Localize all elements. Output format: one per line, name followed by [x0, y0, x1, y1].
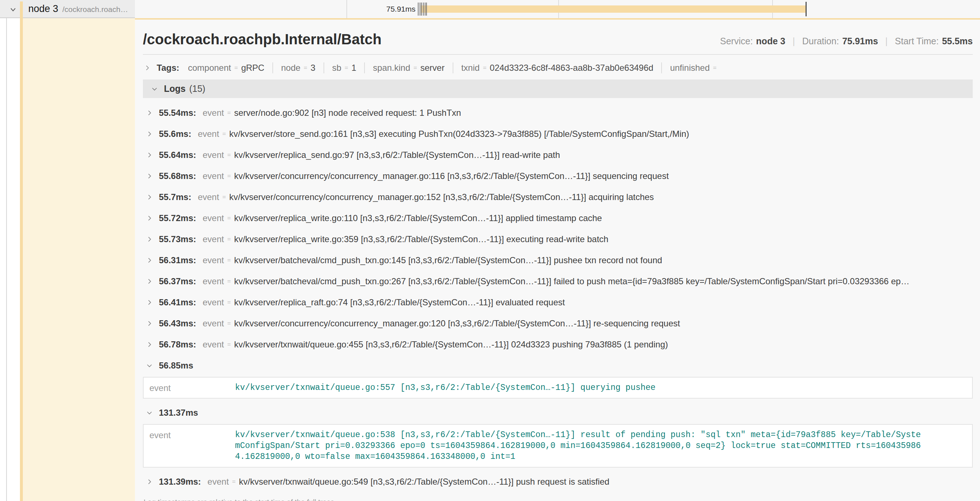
log-timestamp: 55.72ms:	[159, 213, 196, 223]
tag-value: gRPC	[241, 63, 264, 73]
tags-label: Tags:	[157, 63, 179, 73]
log-timestamp: 55.64ms:	[159, 150, 196, 160]
log-field-value: kv/kvserver/batcheval/cmd_push_txn.go:14…	[234, 255, 662, 265]
tag-key: txnid	[461, 63, 480, 73]
chevron-right-icon	[144, 64, 151, 72]
chevron-down-icon	[151, 85, 158, 93]
log-marker-end	[805, 2, 807, 16]
span-row: node 3 /cockroach.roach… 75.91ms	[0, 0, 980, 18]
equals-sign: =	[713, 64, 717, 72]
service-label: Service:	[720, 36, 752, 46]
log-field-key: event	[203, 150, 224, 160]
equals-sign: =	[227, 152, 231, 159]
log-field-value: kv/kvserver/txnwait/queue.go:557 [n3,s3,…	[235, 382, 655, 393]
log-field-value: kv/kvserver/concurrency/concurrency_mana…	[229, 192, 654, 202]
log-entry-collapsed[interactable]: 56.78ms: event = kv/kvserver/txnwait/que…	[143, 334, 973, 355]
equals-sign: =	[227, 341, 231, 348]
log-field-key: event	[198, 192, 219, 202]
equals-sign: =	[227, 320, 231, 327]
log-field-key: event	[203, 276, 224, 286]
log-marker	[418, 3, 418, 16]
log-field-key: event	[203, 255, 224, 265]
log-field-key: event	[203, 108, 224, 118]
tag-item[interactable]: component = gRPC	[188, 63, 264, 73]
log-field-key: event	[144, 383, 235, 393]
chevron-right-icon	[146, 130, 153, 137]
log-detail-row: event kv/kvserver/txnwait/queue.go:557 […	[144, 382, 972, 393]
tag-separator	[272, 62, 273, 73]
tag-key: node	[281, 63, 300, 73]
chevron-right-icon	[146, 478, 153, 485]
log-timestamp: 131.37ms	[159, 408, 198, 418]
log-timestamp: 131.39ms:	[159, 477, 201, 487]
log-entry-header[interactable]: 131.37ms	[143, 402, 973, 423]
span-operation-name: /cockroach.roach…	[62, 5, 128, 14]
log-timestamp: 55.68ms:	[159, 171, 196, 181]
duration-label: Duration:	[802, 36, 839, 46]
log-timestamp: 55.54ms:	[159, 108, 196, 118]
tag-item[interactable]: node = 3	[281, 63, 315, 73]
tag-item[interactable]: unfinished =	[670, 63, 719, 73]
log-entry-collapsed[interactable]: 56.37ms: event = kv/kvserver/batcheval/c…	[143, 271, 973, 292]
start-time-value: 55.5ms	[942, 36, 973, 46]
log-field-key: event	[198, 129, 219, 139]
log-entry-collapsed[interactable]: 131.39ms: event = kv/kvserver/txnwait/qu…	[143, 471, 973, 492]
log-field-value: server/node.go:902 [n3] node received re…	[234, 108, 461, 118]
tag-value: 3	[310, 63, 315, 73]
span-duration-bar[interactable]	[421, 5, 806, 13]
log-entry-collapsed[interactable]: 55.64ms: event = kv/kvserver/replica_sen…	[143, 145, 973, 166]
tag-value: 024d3323-6c8f-4863-aa8b-37ab0e63496d	[490, 63, 653, 73]
log-entry-collapsed[interactable]: 55.6ms: event = kv/kvserver/store_send.g…	[143, 123, 973, 145]
log-field-value: kv/kvserver/concurrency/concurrency_mana…	[234, 318, 680, 329]
span-name-column-highlight	[23, 18, 135, 501]
chevron-right-icon	[146, 215, 153, 222]
log-field-value: kv/kvserver/txnwait/queue.go:538 [n3,s3,…	[235, 429, 924, 462]
log-entry-expanded: 131.37ms event kv/kvserver/txnwait/queue…	[143, 402, 973, 467]
logs-title: Logs	[164, 83, 186, 94]
chevron-right-icon	[146, 341, 153, 348]
chevron-right-icon	[146, 172, 153, 180]
tags-row[interactable]: Tags: component = gRPC node = 3 sb = 1 s…	[143, 55, 973, 77]
log-timestamp: 56.78ms:	[159, 340, 196, 349]
tag-separator	[323, 62, 324, 73]
span-color-accent-bar	[20, 2, 23, 501]
equals-sign: =	[227, 215, 231, 222]
timeline-cell[interactable]: 75.91ms	[135, 0, 980, 18]
log-field-value: kv/kvserver/concurrency/concurrency_mana…	[234, 171, 668, 181]
equals-sign: =	[222, 130, 226, 137]
log-field-value: kv/kvserver/replica_raft.go:74 [n3,s3,r6…	[234, 297, 565, 308]
log-entry-collapsed[interactable]: 55.54ms: event = server/node.go:902 [n3]…	[143, 102, 973, 123]
log-entry-header[interactable]: 56.85ms	[143, 355, 973, 376]
log-field-key: event	[203, 213, 224, 223]
tag-separator	[364, 62, 365, 73]
log-timestamp: 56.41ms:	[159, 297, 196, 308]
tag-item[interactable]: txnid = 024d3323-6c8f-4863-aa8b-37ab0e63…	[461, 63, 654, 73]
chevron-right-icon	[146, 278, 153, 285]
chevron-right-icon	[146, 236, 153, 243]
equals-sign: =	[483, 64, 486, 72]
log-detail-table: event kv/kvserver/txnwait/queue.go:538 […	[143, 424, 973, 467]
log-entry-expanded: 56.85ms event kv/kvserver/txnwait/queue.…	[143, 355, 973, 399]
tag-item[interactable]: span.kind = server	[373, 63, 444, 73]
log-field-key: event	[203, 171, 224, 181]
log-entry-collapsed[interactable]: 55.72ms: event = kv/kvserver/replica_wri…	[143, 207, 973, 229]
log-timestamp: 55.6ms:	[159, 129, 191, 139]
log-entry-collapsed[interactable]: 56.41ms: event = kv/kvserver/replica_raf…	[143, 292, 973, 313]
chevron-right-icon	[146, 257, 153, 264]
log-entry-collapsed[interactable]: 55.68ms: event = kv/kvserver/concurrency…	[143, 166, 973, 187]
log-entry-collapsed[interactable]: 56.43ms: event = kv/kvserver/concurrency…	[143, 313, 973, 334]
service-value: node 3	[756, 36, 786, 46]
log-entry-collapsed[interactable]: 56.31ms: event = kv/kvserver/batcheval/c…	[143, 250, 973, 271]
equals-sign: =	[414, 64, 417, 72]
log-entry-collapsed[interactable]: 55.73ms: event = kv/kvserver/replica_wri…	[143, 229, 973, 250]
logs-section-header[interactable]: Logs (15)	[143, 80, 973, 98]
duration-value: 75.91ms	[842, 36, 878, 46]
equals-sign: =	[227, 109, 231, 116]
tag-item[interactable]: sb = 1	[332, 63, 356, 73]
log-detail-row: event kv/kvserver/txnwait/queue.go:538 […	[144, 429, 972, 462]
log-marker	[425, 3, 425, 16]
equals-sign: =	[227, 172, 231, 180]
tag-key: unfinished	[670, 63, 710, 73]
equals-sign: =	[345, 64, 348, 72]
log-entry-collapsed[interactable]: 55.7ms: event = kv/kvserver/concurrency/…	[143, 187, 973, 207]
